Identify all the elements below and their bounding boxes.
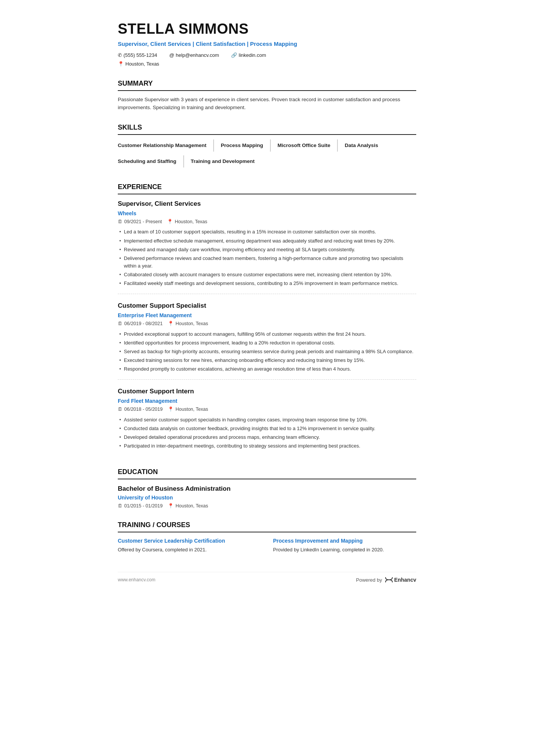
edu-location: 📍 Houston, Texas — [168, 502, 208, 510]
linkedin-value: linkedin.com — [239, 52, 266, 59]
edu-school: University of Houston — [118, 494, 416, 502]
location-icon-2: 📍 — [168, 320, 174, 327]
location-icon-1: 📍 — [167, 218, 173, 225]
list-item: Assisted senior customer support special… — [118, 416, 416, 424]
location-row: 📍 Houston, Texas — [118, 60, 416, 68]
experience-title: EXPERIENCE — [118, 182, 416, 194]
list-item: Collaborated closely with account manage… — [118, 271, 416, 279]
skill-data-analysis: Data Analysis — [345, 139, 385, 152]
exp-3-date: 🗓 06/2018 - 05/2019 — [118, 406, 162, 413]
phone-icon: ✆ — [118, 52, 122, 59]
location-contact: 📍 Houston, Texas — [118, 60, 159, 68]
location-icon-edu: 📍 — [168, 502, 174, 510]
list-item: Led a team of 10 customer support specia… — [118, 228, 416, 236]
exp-2-meta: 🗓 06/2019 - 08/2021 📍 Houston, Texas — [118, 320, 416, 327]
summary-title: SUMMARY — [118, 78, 416, 91]
education-title: EDUCATION — [118, 467, 416, 479]
list-item: Participated in inter-department meeting… — [118, 442, 416, 450]
exp-1-bullets: Led a team of 10 customer support specia… — [118, 228, 416, 287]
skill-process-mapping: Process Mapping — [221, 139, 271, 152]
summary-text: Passionate Supervisor with 3 years of ex… — [118, 95, 416, 112]
skill-training: Training and Development — [191, 155, 262, 167]
header: STELLA SIMMONS Supervisor, Client Servic… — [118, 18, 416, 68]
skill-microsoft: Microsoft Office Suite — [278, 139, 338, 152]
list-item: Facilitated weekly staff meetings and de… — [118, 280, 416, 287]
exp-1-company: Wheels — [118, 210, 416, 218]
exp-3-meta: 🗓 06/2018 - 05/2019 📍 Houston, Texas — [118, 406, 416, 413]
list-item: Conducted data analysis on customer feed… — [118, 425, 416, 432]
skills-grid: Customer Relationship Management Process… — [118, 139, 416, 172]
location-value: Houston, Texas — [125, 60, 159, 68]
exp-3-company: Ford Fleet Management — [118, 397, 416, 405]
footer-website: www.enhancv.com — [118, 576, 155, 583]
summary-section: SUMMARY Passionate Supervisor with 3 yea… — [118, 78, 416, 112]
contact-row: ✆ (555) 555-1234 @ help@enhancv.com 🔗 li… — [118, 52, 416, 59]
footer: www.enhancv.com Powered by Enhancv — [118, 572, 416, 584]
skill-scheduling: Scheduling and Staffing — [118, 155, 184, 167]
exp-1-location: 📍 Houston, Texas — [167, 218, 207, 225]
resume-page: STELLA SIMMONS Supervisor, Client Servic… — [97, 0, 437, 756]
exp-2-title: Customer Support Specialist — [118, 301, 416, 311]
training-grid: Customer Service Leadership Certificatio… — [118, 537, 416, 554]
email-contact: @ help@enhancv.com — [169, 52, 219, 59]
exp-item-1: Supervisor, Client Services Wheels 🗓 09/… — [118, 199, 416, 294]
training-1-desc: Offered by Coursera, completed in 2021. — [118, 546, 261, 554]
list-item: Executed training sessions for new hires… — [118, 357, 416, 364]
exp-1-date: 🗓 09/2021 - Present — [118, 218, 162, 225]
exp-3-bullets: Assisted senior customer support special… — [118, 416, 416, 450]
candidate-name: STELLA SIMMONS — [118, 18, 416, 40]
edu-degree: Bachelor of Business Administration — [118, 484, 416, 494]
exp-2-bullets: Provided exceptional support to account … — [118, 330, 416, 373]
calendar-icon-3: 🗓 — [118, 406, 123, 413]
training-section: TRAINING / COURSES Customer Service Lead… — [118, 520, 416, 554]
calendar-icon-1: 🗓 — [118, 218, 123, 225]
edu-date: 🗓 01/2015 - 01/2019 — [118, 502, 162, 510]
exp-1-title: Supervisor, Client Services — [118, 199, 416, 209]
location-icon-3: 📍 — [168, 406, 174, 413]
training-2-desc: Provided by LinkedIn Learning, completed… — [273, 546, 416, 554]
linkedin-contact: 🔗 linkedin.com — [231, 52, 266, 59]
calendar-icon-edu: 🗓 — [118, 502, 123, 510]
skills-title: SKILLS — [118, 122, 416, 135]
skills-section: SKILLS Customer Relationship Management … — [118, 122, 416, 172]
exp-2-company: Enterprise Fleet Management — [118, 311, 416, 319]
exp-item-3: Customer Support Intern Ford Fleet Manag… — [118, 387, 416, 456]
calendar-icon-2: 🗓 — [118, 320, 123, 327]
candidate-subtitle: Supervisor, Client Services | Client Sat… — [118, 40, 416, 49]
skills-row-1: Customer Relationship Management Process… — [118, 139, 392, 154]
exp-2-location: 📍 Houston, Texas — [168, 320, 208, 327]
enhancv-logo: Enhancv — [384, 576, 416, 584]
skill-crm: Customer Relationship Management — [118, 139, 214, 152]
exp-3-location: 📍 Houston, Texas — [168, 406, 208, 413]
email-value: help@enhancv.com — [176, 52, 219, 59]
phone-contact: ✆ (555) 555-1234 — [118, 52, 157, 59]
list-item: Identified opportunities for process imp… — [118, 339, 416, 347]
list-item: Reviewed and managed daily care workflow… — [118, 246, 416, 254]
exp-1-meta: 🗓 09/2021 - Present 📍 Houston, Texas — [118, 218, 416, 225]
list-item: Provided exceptional support to account … — [118, 330, 416, 338]
training-item-2: Process Improvement and Mapping Provided… — [273, 537, 416, 554]
skills-row-2: Scheduling and Staffing Training and Dev… — [118, 155, 268, 170]
linkedin-icon: 🔗 — [231, 52, 237, 59]
list-item: Implemented effective schedule managemen… — [118, 237, 416, 245]
training-item-1: Customer Service Leadership Certificatio… — [118, 537, 261, 554]
brand-name: Enhancv — [394, 576, 416, 584]
education-section: EDUCATION Bachelor of Business Administr… — [118, 467, 416, 509]
powered-by-label: Powered by — [356, 576, 382, 584]
exp-item-2: Customer Support Specialist Enterprise F… — [118, 301, 416, 380]
list-item: Delivered performance reviews and coache… — [118, 255, 416, 270]
experience-section: EXPERIENCE Supervisor, Client Services W… — [118, 182, 416, 456]
edu-meta: 🗓 01/2015 - 01/2019 📍 Houston, Texas — [118, 502, 416, 510]
phone-value: (555) 555-1234 — [123, 52, 157, 59]
training-1-title: Customer Service Leadership Certificatio… — [118, 537, 261, 545]
location-icon: 📍 — [118, 60, 124, 68]
exp-3-title: Customer Support Intern — [118, 387, 416, 396]
training-2-title: Process Improvement and Mapping — [273, 537, 416, 545]
list-item: Served as backup for high-priority accou… — [118, 348, 416, 355]
footer-brand: Powered by Enhancv — [356, 576, 416, 584]
list-item: Developed detailed operational procedure… — [118, 434, 416, 441]
exp-2-date: 🗓 06/2019 - 08/2021 — [118, 320, 162, 327]
email-icon: @ — [169, 52, 174, 59]
training-title: TRAINING / COURSES — [118, 520, 416, 532]
logo-icon — [384, 576, 393, 583]
